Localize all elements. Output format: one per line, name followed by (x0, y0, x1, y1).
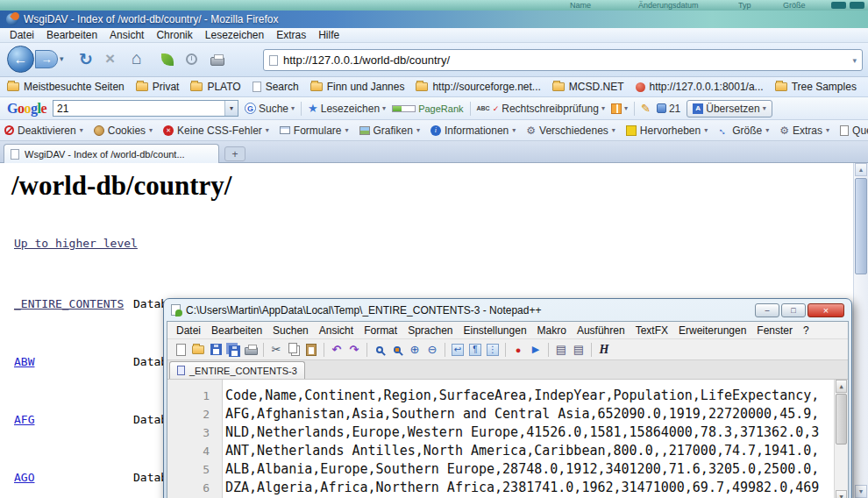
print-icon[interactable] (243, 342, 259, 358)
npp-menu-help[interactable]: ? (798, 324, 815, 338)
firefox-titlebar[interactable]: WsgiDAV - Index of /world-db/country/ - … (0, 11, 868, 28)
menu-hilfe[interactable]: Hilfe (312, 28, 345, 42)
up-to-higher-level-link[interactable]: Up to higher level (14, 237, 138, 250)
scroll-thumb[interactable] (836, 394, 847, 445)
rss-leaf-icon[interactable] (161, 53, 174, 66)
back-button[interactable]: ← (7, 46, 34, 73)
bookmark-localhost-8001[interactable]: http://127.0.0.1:8001/a... (636, 81, 764, 93)
paste-icon[interactable] (303, 342, 319, 358)
undo-icon[interactable]: ↶ (329, 342, 345, 358)
webdev-forms[interactable]: Formulare▾ (280, 125, 349, 137)
bookmark-privat[interactable]: Privat (136, 81, 180, 93)
spellcheck-button[interactable]: ABC✓Rechtschreibprüfung▾ (477, 103, 605, 115)
bookmark-most-visited[interactable]: Meistbesuchte Seiten (7, 81, 125, 93)
npp-menu-suchen[interactable]: Suchen (267, 324, 314, 338)
bookmark-search[interactable]: Search (253, 81, 299, 93)
npp-menu-makro[interactable]: Makro (532, 324, 572, 338)
minimize-button[interactable]: – (755, 303, 779, 317)
menu-lesezeichen[interactable]: Lesezeichen (199, 28, 270, 42)
npp-tab-entire-contents[interactable]: _ENTIRE_CONTENTS-3 (169, 361, 305, 379)
npp-menu-fenster[interactable]: Fenster (751, 324, 798, 338)
webdev-images[interactable]: Grafiken▾ (359, 125, 420, 137)
home-button[interactable]: ⌂ (132, 48, 142, 68)
google-search-input[interactable]: 21 (53, 103, 224, 115)
refresh-button[interactable]: ↻ (79, 49, 93, 69)
notepadpp-titlebar[interactable]: C:\Users\Martin\AppData\Local\Temp\_ENTI… (164, 299, 851, 321)
stop-button[interactable]: × (105, 49, 115, 68)
new-file-icon[interactable] (173, 342, 189, 358)
menu-datei[interactable]: Datei (4, 28, 40, 42)
gift-button[interactable]: ▾ (611, 103, 628, 114)
npp-menu-format[interactable]: Format (359, 324, 402, 338)
npp-menu-einstellungen[interactable]: Einstellungen (459, 324, 532, 338)
scroll-down-arrow[interactable]: ▼ (855, 485, 867, 498)
npp-menu-bearbeiten[interactable]: Bearbeiten (206, 324, 267, 338)
entry-entire-contents-link[interactable]: _ENTIRE_CONTENTS (14, 297, 124, 310)
print-icon[interactable] (210, 57, 224, 66)
zoom-in-icon[interactable]: ⊕ (407, 342, 423, 358)
url-input[interactable]: http://127.0.0.1/world-db/country/ (283, 53, 847, 67)
show-symbols-icon[interactable]: ¶ (467, 342, 483, 358)
new-tab-button[interactable]: + (224, 146, 245, 161)
scroll-thumb[interactable] (855, 178, 867, 274)
find-term-button[interactable]: 21 (657, 103, 680, 115)
find-replace-icon[interactable] (389, 342, 405, 358)
play-macro-icon[interactable]: ▶ (528, 342, 544, 358)
webdev-disable[interactable]: Deaktivieren▾ (4, 125, 83, 137)
webdev-css-errors[interactable]: ✕Keine CSS-Fehler▾ (163, 125, 269, 137)
scroll-up-arrow[interactable]: ▲ (855, 163, 867, 176)
entry-abw-link[interactable]: ABW (14, 355, 34, 368)
npp-menu-textfx[interactable]: TextFX (630, 324, 673, 338)
history-dropdown-icon[interactable]: ▾ (60, 54, 64, 63)
cut-icon[interactable]: ✂ (268, 342, 284, 358)
google-search-button[interactable]: GSuche▾ (245, 103, 295, 115)
scroll-up-arrow[interactable]: ▲ (836, 380, 847, 393)
notepadpp-scrollbar[interactable]: ▲ ▼ (834, 380, 848, 498)
npp-menu-datei[interactable]: Datei (171, 324, 206, 338)
webdev-outline[interactable]: Hervorheben▾ (626, 125, 708, 137)
firefox-scrollbar[interactable]: ▲ ▼ (853, 163, 868, 498)
maximize-button[interactable]: □ (781, 303, 806, 317)
webdev-view-source[interactable]: Quelltext▾ (840, 125, 868, 137)
pagerank-widget[interactable]: PageRank (392, 103, 463, 114)
url-dropdown-icon[interactable]: ▾ (852, 56, 857, 65)
copy-icon[interactable] (286, 342, 302, 358)
tab-wsgidav[interactable]: WsgiDAV - Index of /world-db/count... (4, 144, 219, 163)
entry-ago-link[interactable]: AGO (14, 471, 34, 484)
find-icon[interactable] (372, 342, 388, 358)
google-search-box[interactable]: 21 ▾ (53, 100, 238, 117)
clone-pane-icon[interactable]: ▤ (571, 342, 587, 358)
word-wrap-icon[interactable]: ↩ (450, 342, 466, 358)
notepadpp-editor[interactable]: 1Code,Name,Continent,Region,SurfaceArea,… (167, 380, 848, 498)
webdev-information[interactable]: iInformationen▾ (430, 125, 516, 137)
translate-button[interactable]: AÜbersetzen▾ (687, 100, 772, 117)
bookmark-tree-samples[interactable]: Tree Samples (775, 81, 857, 93)
save-icon[interactable] (208, 342, 224, 358)
bookmark-sourceforge[interactable]: http://sourceforge.net... (416, 81, 540, 93)
save-all-icon[interactable] (225, 342, 241, 358)
url-bar[interactable]: http://127.0.0.1/world-db/country/ ▾ (263, 49, 863, 71)
open-file-icon[interactable] (190, 342, 206, 358)
entry-afg-link[interactable]: AFG (14, 413, 34, 426)
menu-bearbeiten[interactable]: Bearbeiten (40, 28, 103, 42)
npp-menu-ausfuehren[interactable]: Ausführen (572, 324, 630, 338)
menu-ansicht[interactable]: Ansicht (103, 28, 150, 42)
history-clock-icon[interactable] (186, 53, 197, 65)
bookmark-mcsd[interactable]: MCSD.NET (552, 81, 624, 93)
menu-extras[interactable]: Extras (270, 28, 312, 42)
npp-menu-erweiterungen[interactable]: Erweiterungen (673, 324, 751, 338)
record-macro-icon[interactable]: ● (510, 342, 526, 358)
npp-menu-ansicht[interactable]: Ansicht (314, 324, 359, 338)
npp-menu-sprachen[interactable]: Sprachen (402, 324, 458, 338)
scroll-down-arrow[interactable]: ▼ (836, 490, 847, 498)
highlighter-button[interactable]: ✎ (641, 102, 651, 115)
webdev-tools[interactable]: ⚙Extras▾ (779, 125, 829, 137)
view-pane-icon[interactable]: ▤ (553, 342, 569, 358)
zoom-out-icon[interactable]: ⊖ (424, 342, 440, 358)
close-button[interactable]: × (808, 303, 844, 317)
hex-editor-icon[interactable]: H (596, 342, 612, 358)
bookmark-finn-und-jannes[interactable]: Finn und Jannes (310, 81, 405, 93)
forward-button[interactable]: → (35, 50, 58, 68)
search-dropdown-icon[interactable]: ▾ (224, 101, 238, 116)
redo-icon[interactable]: ↷ (346, 342, 362, 358)
